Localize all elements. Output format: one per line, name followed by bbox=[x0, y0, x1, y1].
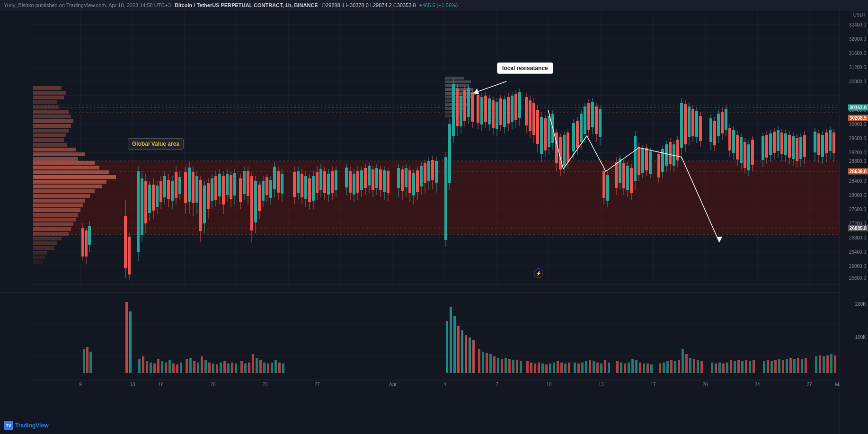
svg-rect-42 bbox=[33, 166, 99, 169]
svg-rect-364 bbox=[688, 106, 691, 137]
price-label-26400: 26400.0 bbox=[849, 249, 866, 255]
svg-rect-300 bbox=[555, 133, 558, 163]
svg-rect-550 bbox=[718, 363, 721, 373]
svg-rect-404 bbox=[777, 130, 779, 151]
svg-rect-376 bbox=[717, 114, 720, 136]
svg-rect-326 bbox=[606, 175, 609, 201]
svg-rect-288 bbox=[532, 103, 535, 135]
svg-rect-53 bbox=[33, 218, 76, 221]
svg-rect-513 bbox=[560, 363, 563, 373]
svg-rect-495 bbox=[489, 354, 492, 373]
svg-rect-484 bbox=[446, 321, 448, 373]
svg-rect-168 bbox=[273, 167, 276, 189]
svg-rect-565 bbox=[782, 360, 784, 373]
svg-rect-486 bbox=[453, 316, 456, 373]
svg-rect-56 bbox=[33, 232, 69, 236]
svg-rect-314 bbox=[584, 106, 586, 134]
svg-rect-563 bbox=[774, 360, 777, 373]
svg-rect-470 bbox=[231, 363, 233, 373]
svg-text:20: 20 bbox=[702, 382, 708, 387]
svg-rect-561 bbox=[767, 360, 769, 373]
open-label: O bbox=[322, 2, 326, 8]
svg-rect-40 bbox=[33, 157, 78, 161]
svg-text:27: 27 bbox=[806, 382, 812, 387]
svg-rect-104 bbox=[148, 185, 151, 213]
svg-rect-545 bbox=[693, 359, 695, 373]
svg-rect-368 bbox=[695, 111, 698, 137]
svg-text:17: 17 bbox=[650, 382, 656, 387]
svg-rect-538 bbox=[666, 361, 669, 373]
svg-rect-200 bbox=[349, 171, 352, 193]
svg-rect-557 bbox=[745, 360, 747, 373]
svg-rect-61 bbox=[33, 105, 59, 109]
svg-rect-520 bbox=[589, 360, 591, 373]
svg-rect-65 bbox=[33, 124, 71, 128]
svg-rect-172 bbox=[281, 174, 283, 194]
svg-rect-568 bbox=[793, 359, 796, 373]
price-axis-currency: USDT bbox=[853, 12, 866, 18]
svg-rect-38 bbox=[33, 148, 76, 151]
svg-rect-455 bbox=[172, 363, 175, 373]
svg-rect-94 bbox=[124, 216, 127, 268]
svg-rect-110 bbox=[159, 181, 162, 202]
svg-rect-302 bbox=[559, 137, 562, 169]
svg-rect-122 bbox=[184, 172, 187, 203]
svg-rect-414 bbox=[796, 138, 798, 161]
svg-marker-437 bbox=[473, 89, 479, 94]
svg-rect-68 bbox=[33, 138, 64, 142]
open-val: 29888.1 bbox=[326, 2, 345, 8]
svg-rect-226 bbox=[405, 168, 407, 187]
volume-chart[interactable]: 9 13 16 20 23 27 Apr 4 7 10 13 17 20 24 … bbox=[0, 292, 840, 434]
svg-rect-276 bbox=[507, 97, 510, 124]
svg-rect-248 bbox=[452, 84, 455, 136]
svg-rect-535 bbox=[650, 364, 653, 373]
svg-rect-102 bbox=[144, 181, 147, 223]
svg-rect-206 bbox=[360, 170, 363, 190]
svg-rect-55 bbox=[33, 227, 71, 231]
price-label-25600: 25600.0 bbox=[849, 275, 866, 281]
svg-rect-479 bbox=[267, 363, 269, 373]
svg-rect-451 bbox=[157, 359, 159, 373]
svg-rect-567 bbox=[789, 358, 792, 373]
price-label-26885: 26885.8 bbox=[848, 225, 868, 231]
svg-rect-85 bbox=[445, 111, 461, 114]
svg-rect-446 bbox=[138, 359, 141, 373]
high-val: 30378.0 bbox=[350, 2, 369, 8]
svg-rect-556 bbox=[741, 361, 744, 373]
svg-rect-510 bbox=[549, 363, 551, 373]
svg-rect-76 bbox=[445, 77, 464, 80]
svg-rect-194 bbox=[331, 171, 334, 193]
svg-rect-73 bbox=[33, 251, 47, 255]
price-label-26000: 26000.0 bbox=[849, 264, 866, 269]
svg-rect-539 bbox=[670, 360, 673, 373]
svg-rect-86 bbox=[445, 115, 459, 117]
svg-rect-224 bbox=[401, 169, 404, 191]
svg-rect-222 bbox=[397, 168, 400, 188]
svg-rect-558 bbox=[749, 361, 751, 373]
svg-rect-208 bbox=[364, 168, 367, 188]
svg-rect-481 bbox=[275, 360, 277, 373]
svg-rect-525 bbox=[608, 363, 610, 373]
svg-rect-570 bbox=[801, 359, 803, 373]
svg-rect-511 bbox=[553, 363, 555, 373]
svg-rect-491 bbox=[472, 340, 475, 373]
svg-rect-112 bbox=[163, 176, 166, 197]
svg-rect-552 bbox=[726, 363, 728, 373]
svg-rect-465 bbox=[212, 363, 214, 373]
svg-rect-412 bbox=[792, 136, 795, 159]
price-chart[interactable] bbox=[0, 10, 840, 292]
svg-rect-459 bbox=[189, 358, 192, 373]
lightning-icon[interactable]: ⚡ bbox=[534, 268, 543, 278]
svg-rect-50 bbox=[33, 204, 83, 207]
svg-rect-69 bbox=[33, 143, 67, 147]
svg-rect-328 bbox=[615, 162, 618, 188]
svg-rect-402 bbox=[773, 132, 776, 153]
svg-rect-480 bbox=[271, 363, 273, 373]
volume-svg: 9 13 16 20 23 27 Apr 4 7 10 13 17 20 24 … bbox=[0, 292, 840, 387]
svg-rect-496 bbox=[493, 356, 496, 373]
high-label: H bbox=[346, 2, 350, 8]
svg-rect-390 bbox=[744, 142, 746, 168]
svg-rect-166 bbox=[269, 180, 272, 198]
svg-rect-342 bbox=[641, 149, 644, 173]
svg-rect-57 bbox=[33, 86, 62, 90]
